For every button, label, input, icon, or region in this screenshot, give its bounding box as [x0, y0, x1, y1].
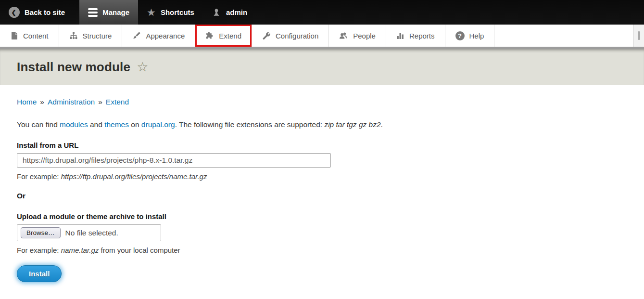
paintbrush-icon	[132, 31, 141, 40]
question-icon: ?	[455, 31, 465, 40]
puzzle-icon	[205, 31, 214, 40]
toolbar-item-label: Structure	[83, 32, 112, 40]
admin-username-label: admin	[226, 8, 247, 16]
toolbar-item-content[interactable]: Content	[0, 25, 59, 47]
url-field-label: Install from a URL	[17, 141, 627, 149]
star-icon: ★	[147, 7, 156, 17]
toolbar-item-label: Extend	[219, 32, 241, 40]
breadcrumb: Home»Administration»Extend	[17, 98, 627, 106]
toolbar-filler	[494, 25, 633, 47]
upload-field-label: Upload a module or theme archive to inst…	[17, 212, 627, 221]
intro-and: and	[88, 120, 104, 129]
tab-shortcuts[interactable]: ★ Shortcuts	[138, 0, 203, 25]
bar-chart-icon	[396, 31, 404, 40]
install-url-input[interactable]	[17, 153, 331, 168]
supported-extensions: zip tar tgz gz bz2	[324, 120, 380, 129]
breadcrumb-link-administration[interactable]: Administration	[48, 98, 95, 106]
wrench-icon	[262, 31, 271, 40]
file-icon	[10, 31, 18, 40]
vertical-bar-icon	[638, 31, 640, 40]
intro-on: on	[129, 120, 141, 129]
toolbar-item-extend[interactable]: Extend	[195, 25, 252, 47]
tab-admin-user[interactable]: admin	[203, 0, 256, 25]
browse-button[interactable]: Browse…	[21, 227, 61, 238]
page-title: Install new module	[17, 60, 130, 75]
example-url: https://ftp.drupal.org/files/projects/na…	[61, 172, 207, 181]
upload-example-text: For example: name.tar.gz from your local…	[17, 246, 627, 254]
toolbar-item-reports[interactable]: Reports	[386, 25, 445, 47]
themes-link[interactable]: themes	[104, 120, 129, 129]
intro-text: You can find modules and themes on drupa…	[17, 120, 627, 129]
file-upload-field[interactable]: Browse… No file selected.	[17, 224, 161, 241]
toolbar-item-people[interactable]: People	[329, 25, 386, 47]
people-icon	[339, 31, 348, 40]
example-prefix: For example:	[17, 172, 61, 181]
user-icon	[212, 8, 221, 17]
intro-supported: . The following file extensions are supp…	[175, 120, 325, 129]
toolbar-item-appearance[interactable]: Appearance	[122, 25, 195, 47]
back-to-site-label: Back to site	[25, 8, 65, 16]
back-to-site-button[interactable]: ❮ Back to site	[0, 0, 74, 25]
breadcrumb-separator: »	[40, 98, 44, 106]
toolbar-item-label: Configuration	[276, 32, 318, 40]
page-header: Install new module ☆	[0, 49, 644, 85]
sitemap-icon	[69, 31, 78, 40]
shortcuts-label: Shortcuts	[161, 8, 194, 16]
main-content: Home»Administration»Extend You can find …	[0, 98, 644, 282]
breadcrumb-separator: »	[98, 98, 102, 106]
add-shortcut-star-icon[interactable]: ☆	[137, 59, 148, 75]
admin-toolbar-tray: Content Structure Appearance Extend Conf…	[0, 25, 644, 49]
back-arrow-icon: ❮	[9, 7, 20, 18]
example-prefix: For example:	[17, 246, 61, 254]
toolbar-item-label: Reports	[409, 32, 435, 40]
intro-period: .	[381, 120, 383, 129]
no-file-selected-text: No file selected.	[65, 229, 118, 237]
url-example-text: For example: https://ftp.drupal.org/file…	[17, 172, 627, 181]
intro-prefix: You can find	[17, 120, 60, 129]
admin-toolbar-bar: ❮ Back to site Manage ★ Shortcuts admin	[0, 0, 644, 25]
breadcrumb-link-extend[interactable]: Extend	[106, 98, 129, 106]
toolbar-item-label: Appearance	[146, 32, 185, 40]
toolbar-item-configuration[interactable]: Configuration	[252, 25, 329, 47]
install-button[interactable]: Install	[17, 265, 62, 282]
menu-icon	[88, 8, 98, 17]
toolbar-item-label: Help	[469, 32, 484, 40]
manage-label: Manage	[102, 8, 129, 16]
toolbar-item-label: People	[353, 32, 376, 40]
toolbar-item-help[interactable]: ? Help	[445, 25, 495, 47]
drupal-org-link[interactable]: drupal.org	[141, 120, 175, 129]
tab-manage[interactable]: Manage	[79, 0, 138, 25]
example-suffix: from your local computer	[99, 246, 180, 254]
example-filename: name.tar.gz	[61, 246, 99, 254]
or-label: Or	[17, 192, 627, 200]
breadcrumb-link-home[interactable]: Home	[17, 98, 37, 106]
toolbar-item-label: Content	[23, 32, 49, 40]
toolbar-orientation-toggle[interactable]	[633, 25, 644, 47]
modules-link[interactable]: modules	[60, 120, 88, 129]
toolbar-item-structure[interactable]: Structure	[59, 25, 123, 47]
